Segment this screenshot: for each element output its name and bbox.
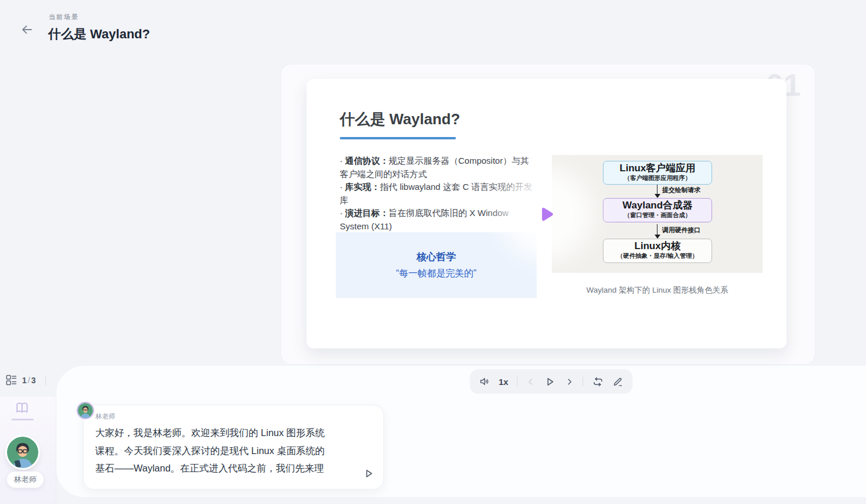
pencil-icon (612, 376, 624, 387)
diagram-node-subtitle: （窗口管理・画面合成） (603, 211, 712, 219)
architecture-diagram: Linux客户端应用 （客户端图形应用程序） 提交绘制请求 Wayland合成器… (552, 155, 763, 273)
chat-sender-name: 林老师 (95, 412, 116, 421)
diagram-node-client: Linux客户端应用 （客户端图形应用程序） (603, 161, 712, 185)
diagram-node-title: Linux内核 (603, 240, 712, 252)
slide-bullet: ·通信协议：规定显示服务器（Compositor）与其客户端之间的对话方式 (340, 154, 537, 181)
diagram-node-subtitle: （客户端图形应用程序） (603, 174, 712, 182)
philosophy-callout: 核心哲学 “每一帧都是完美的” (336, 232, 537, 298)
bullet-marker: · (340, 208, 345, 218)
chat-message-line: 课程。今天我们要深入探讨的是现代 Linux 桌面系统的 (95, 442, 364, 460)
page-total: 3 (31, 376, 36, 385)
edit-button[interactable] (612, 376, 624, 387)
bullet-marker: · (340, 182, 345, 192)
slide-title: 什么是 Wayland? (340, 110, 460, 128)
playback-toolbar: 1x (470, 369, 633, 394)
slide-canvas: 什么是 Wayland? ·通信协议：规定显示服务器（Compositor）与其… (307, 79, 786, 348)
bullet-term: 通信协议： (345, 156, 389, 165)
toolbar-divider (583, 377, 583, 386)
app-root: 当前场景 什么是 Wayland? 01 什么是 Wayland? ·通信协议：… (0, 0, 866, 504)
diagram-arrowhead-icon (655, 194, 660, 198)
active-tab-underline (12, 419, 34, 420)
toolbar-divider (45, 375, 46, 386)
tab-lesson-book[interactable] (15, 401, 30, 415)
layout-list-icon (6, 375, 17, 386)
scene-label: 当前场景 (49, 13, 79, 21)
diagram-node-compositor: Wayland合成器 （窗口管理・画面合成） (603, 198, 712, 222)
slide-bullet-list: ·通信协议：规定显示服务器（Compositor）与其客户端之间的对话方式 ·库… (340, 154, 537, 233)
slide-bullet: ·库实现：指代 libwayland 这套 C 语言实现的开发库 (340, 181, 537, 207)
companion-sidebar: 林老师 (0, 397, 56, 504)
prev-slide-button[interactable] (526, 377, 536, 387)
bullet-marker: · (340, 156, 345, 165)
replay-button[interactable] (592, 376, 604, 388)
play-pause-button[interactable] (544, 376, 556, 388)
arrow-left-icon (20, 23, 35, 37)
chevron-left-icon (526, 377, 536, 387)
diagram-arrowhead-icon (655, 235, 660, 239)
back-button[interactable] (20, 22, 35, 37)
slide-bullet: ·演进目标：旨在彻底取代陈旧的 X Window System (X11) (340, 207, 537, 233)
play-icon (544, 376, 556, 388)
play-icon (362, 467, 376, 480)
speed-button[interactable]: 1x (498, 377, 508, 387)
chat-message-bubble: 林老师 大家好，我是林老师。欢迎来到我们的 Linux 图形系统 课程。今天我们… (83, 405, 384, 489)
bullet-term: 演进目标： (345, 208, 389, 218)
teacher-avatar[interactable] (7, 437, 38, 468)
page-current: 1 (22, 376, 27, 385)
page-title: 什么是 Wayland? (48, 26, 150, 43)
slide-play-button[interactable] (518, 186, 575, 243)
chevron-right-icon (565, 377, 574, 387)
bullet-term: 库实现： (345, 182, 380, 192)
page-indicator-group: 1/3 (6, 375, 46, 386)
chat-message-line: 大家好，我是林老师。欢迎来到我们的 Linux 图形系统 (95, 424, 364, 442)
page-separator: / (27, 376, 31, 385)
teacher-name-badge: 林老师 (7, 471, 44, 488)
chat-avatar (78, 403, 93, 418)
speaker-icon (479, 376, 490, 387)
slide-stage: 01 什么是 Wayland? ·通信协议：规定显示服务器（Compositor… (281, 64, 815, 365)
chat-message-text: 大家好，我是林老师。欢迎来到我们的 Linux 图形系统 课程。今天我们要深入探… (95, 424, 364, 477)
diagram-edge-label: 提交绘制请求 (662, 186, 700, 195)
slide-list-button[interactable] (6, 375, 17, 386)
diagram-arrow (657, 224, 657, 235)
open-book-icon (15, 401, 30, 415)
message-play-button[interactable] (362, 466, 376, 480)
diagram-node-title: Wayland合成器 (603, 200, 712, 211)
diagram-node-subtitle: （硬件抽象・显存/输入管理） (603, 252, 712, 260)
toolbar-divider (517, 377, 518, 386)
slide-title-underline (340, 137, 456, 139)
next-slide-button[interactable] (565, 377, 574, 387)
philosophy-title: 核心哲学 (416, 250, 456, 264)
diagram-edge-label: 调用硬件接口 (662, 226, 700, 235)
diagram-node-kernel: Linux内核 （硬件抽象・显存/输入管理） (603, 239, 712, 263)
volume-button[interactable] (479, 376, 490, 387)
diagram-arrow (657, 185, 657, 195)
play-icon (536, 204, 557, 225)
repeat-icon (592, 376, 604, 388)
philosophy-quote: “每一帧都是完美的” (396, 268, 477, 280)
chat-message-line: 基石——Wayland。在正式进入代码之前，我们先来理 (95, 459, 364, 477)
diagram-caption: Wayland 架构下的 Linux 图形栈角色关系 (552, 285, 763, 296)
diagram-node-title: Linux客户端应用 (603, 163, 712, 174)
page-indicator: 1/3 (22, 376, 35, 385)
